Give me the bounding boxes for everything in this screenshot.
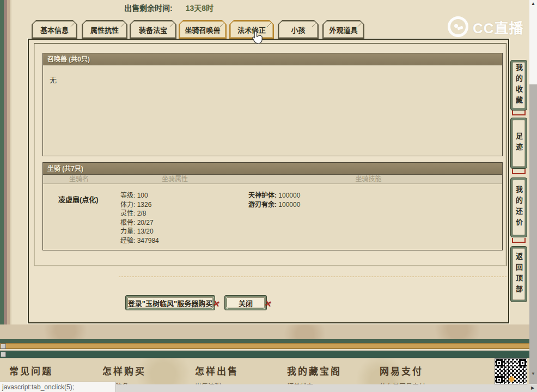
tab-equipment-treasure[interactable]: 装备法宝 [130, 20, 176, 39]
qr-code [495, 358, 527, 384]
mouse-pointer-icon [251, 30, 263, 45]
attr-label: 等级: [120, 192, 135, 199]
browser-status-bubble: javascript:tab_onclick(5); [0, 382, 116, 392]
attr-label: 力量: [120, 228, 135, 235]
page-root: 出售剩余时间: 13天8时 基本信息 属性抗性 装备法宝 坐骑召唤兽 法术修正 … [0, 0, 537, 392]
divider-band-tan [0, 324, 537, 339]
attr-label: 经验: [120, 237, 135, 244]
attr-label: 体力: [120, 201, 135, 209]
button-area-divider [119, 277, 507, 277]
attr-value: 100 [137, 192, 148, 199]
scroll-right-arrow-icon[interactable]: ▶ [528, 384, 537, 392]
sidebar-my-favorites-button[interactable]: 我的收藏 [510, 60, 527, 111]
tab-child[interactable]: 小孩 [278, 20, 319, 39]
tab-mount-pet[interactable]: 坐骑召唤兽 [179, 20, 227, 39]
mount-table-row: 凌虚扇(点化) 等级: 100 体力: 1326 灵性: 2/8 根骨: 20/… [43, 184, 502, 245]
cc-live-watermark: CC直播 [448, 16, 524, 37]
mount-skills: 天神护体: 100000 游刃有余: 100000 [235, 184, 502, 245]
skill-label: 游刃有余: [248, 201, 277, 209]
sidebar-my-counteroffer-button[interactable]: 我的还价 [510, 177, 527, 237]
attr-value: 347984 [137, 237, 159, 244]
attr-value: 1326 [137, 201, 152, 209]
sidebar-footprints-button[interactable]: 足迹 [510, 118, 527, 169]
tab-appearance-items[interactable]: 外观道具 [322, 20, 364, 39]
tab-basic-info[interactable]: 基本信息 [32, 20, 77, 39]
sidebar-red-tie [512, 111, 526, 115]
attr-label: 根骨: [120, 219, 135, 226]
attr-label: 灵性: [120, 210, 135, 217]
skill-label: 天神护体: [248, 192, 277, 199]
login-server-buy-button[interactable]: 登录"玉树临风"服务器购买 ✕ [125, 295, 215, 310]
edge-widget-icon[interactable] [1, 344, 6, 349]
edge-widget-icon[interactable] [1, 352, 6, 357]
mount-attributes: 等级: 100 体力: 1326 灵性: 2/8 根骨: 20/27 力量: 1… [115, 184, 235, 245]
footer-title-my-cbg[interactable]: 我的藏宝阁 [287, 364, 341, 377]
col-mount-attrs: 坐骑属性 [115, 175, 235, 183]
sidebar-red-tie [512, 238, 526, 243]
skill-value: 100000 [278, 201, 300, 209]
scroll-down-arrow-icon[interactable]: ▼ [529, 371, 537, 376]
col-mount-name: 坐骑名 [43, 175, 115, 183]
sale-time-row: 出售剩余时间: 13天8时 [124, 2, 213, 13]
divider-band-green-thin [0, 339, 537, 343]
attr-value: 20/27 [137, 219, 154, 226]
footer-title-how-to-buy[interactable]: 怎样购买 [102, 364, 146, 377]
divider-band-green [0, 351, 537, 358]
pet-section: 召唤兽 (共0只) 无 [42, 53, 503, 156]
divider-band-gold [0, 343, 537, 349]
left-edge-stripe-green [0, 0, 4, 344]
skill-value: 100000 [278, 192, 300, 199]
col-mount-skills: 坐骑技能 [235, 175, 502, 183]
mount-name: 凌虚扇(点化) [43, 184, 115, 245]
tab-attributes-resist[interactable]: 属性抗性 [82, 20, 127, 39]
attr-value: 2/8 [137, 210, 147, 217]
vertical-scrollbar-track[interactable] [529, 84, 537, 384]
scroll-up-arrow-icon[interactable]: ▲ [529, 1, 537, 6]
pet-empty-text: 无 [43, 65, 502, 84]
sale-time-value: 13天8时 [186, 2, 213, 13]
footer-title-how-to-sell[interactable]: 怎样出售 [195, 364, 239, 377]
close-button[interactable]: 关闭 ✕ [224, 295, 267, 310]
cc-live-logo-icon [448, 16, 468, 37]
sidebar-back-to-top-button[interactable]: 返回顶部 [510, 246, 527, 302]
footer-title-faq[interactable]: 常见问题 [9, 364, 53, 377]
mount-section-title: 坐骑 (共7只) [43, 163, 502, 175]
horizontal-scrollbar[interactable] [116, 384, 528, 392]
sidebar-red-tie [512, 169, 526, 174]
left-edge-stripe-light [10, 0, 11, 344]
attr-value: 13/20 [137, 228, 154, 235]
mount-section: 坐骑 (共7只) 坐骑名 坐骑属性 坐骑技能 凌虚扇(点化) 等级: 100 体… [42, 162, 503, 250]
pet-section-title: 召唤兽 (共0只) [43, 53, 502, 65]
cc-live-logo-text: CC直播 [473, 17, 524, 37]
footer-title-netease-pay[interactable]: 网易支付 [380, 364, 425, 377]
sale-time-label: 出售剩余时间: [124, 2, 173, 13]
mount-table-header: 坐骑名 坐骑属性 坐骑技能 [43, 175, 502, 184]
vertical-scrollbar[interactable]: ▲ ▼ [529, 0, 537, 392]
